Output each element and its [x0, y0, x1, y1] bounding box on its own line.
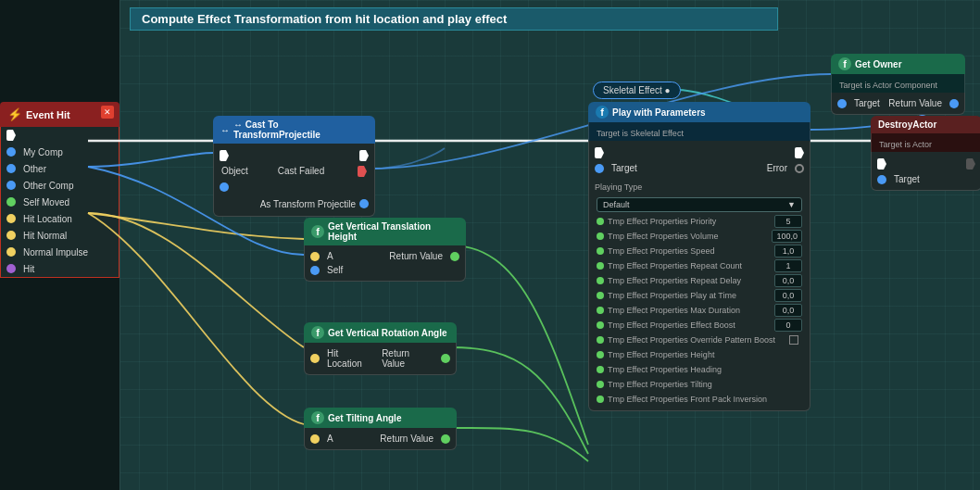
pin-hit: Hit [1, 260, 119, 277]
pin-my-comp: My Comp [1, 144, 119, 160]
cast-header: ↔ ↔ Cast To TransformProjectile [213, 116, 375, 144]
cast-exec-in [214, 147, 374, 164]
get-tilting-body: A Return Value [304, 428, 457, 450]
event-hit-body: My Comp Other Other Comp Self Moved Hit … [0, 127, 119, 278]
prop-repeat-delay: Tmp Effect Properties Repeat Delay 0,0 [589, 273, 810, 288]
prop-play-at-time: Tmp Effect Properties Play at Time 0,0 [589, 288, 810, 303]
get-tilting-node: f Get Tilting Angle A Return Value [304, 408, 457, 450]
cast-as-transform-pin: As Transform Projectile [214, 195, 374, 212]
cast-as-label: As Transform Projectile [260, 199, 356, 209]
get-vert-trans-node: f Get Vertical Translation Height A Retu… [304, 218, 466, 282]
prop-tilting: Tmp Effect Properties Tilting [589, 377, 810, 392]
cast-object-label: Object [221, 166, 248, 177]
event-hit-close[interactable]: ✕ [101, 106, 114, 119]
prop-max-duration: Tmp Effect Properties Max Duration 0,0 [589, 303, 810, 318]
event-hit-title: Event Hit [26, 109, 70, 120]
destroy-body: Target [871, 152, 980, 191]
destroy-subtitle: Target is Actor [879, 140, 932, 149]
prop-volume: Tmp Effect Properties Volume 100,0 [589, 229, 810, 244]
prop-heading: Tmp Effect Properties Heading [589, 362, 810, 377]
playing-type-row: Playing Type [589, 175, 810, 195]
playing-type-value: Default [603, 200, 630, 209]
get-tilting-title: Get Tilting Angle [328, 413, 401, 423]
pin-other-comp: Other Comp [1, 177, 119, 194]
get-tilting-header: f Get Tilting Angle [304, 408, 457, 428]
pin-normal-impulse: Normal Impulse [1, 244, 119, 260]
get-vert-rot-node: f Get Vertical Rotation Angle Hit Locati… [304, 322, 457, 375]
event-hit-header: ⚡ Event Hit ✕ [0, 102, 119, 127]
prop-override-pattern: Tmp Effect Properties Override Pattern B… [589, 333, 810, 347]
pin-hit-location: Hit Location [1, 210, 119, 227]
prop-effect-boost: Tmp Effect Properties Effect Boost 0 [589, 318, 810, 333]
skeletal-effect-label: Skeletal Effect ● [603, 85, 671, 95]
event-hit-exec-out [1, 127, 119, 144]
play-title: Play with Parameters [612, 107, 706, 118]
get-vert-trans-title: Get Vertical Translation Height [328, 221, 459, 242]
cast-to-transform-node: ↔ ↔ Cast To TransformProjectile Object C… [213, 116, 375, 217]
cast-title: ↔ Cast To TransformProjectile [233, 119, 368, 140]
get-vert-trans-body: A Return Value Self [304, 245, 466, 282]
skeletal-effect-bubble: Skeletal Effect ● [593, 82, 681, 99]
play-subtitle: Target is Skeletal Effect [597, 129, 684, 138]
play-header: f Play with Parameters [588, 102, 810, 122]
get-owner-title: Get Owner [855, 59, 902, 69]
cast-body: Object Cast Failed As Transform Projecti… [213, 144, 375, 217]
prop-height: Tmp Effect Properties Height [589, 347, 810, 362]
play-body: Target Error Playing Type Default ▼ Tmp … [588, 141, 810, 411]
play-with-params-node: f Play with Parameters Target is Skeleta… [588, 102, 810, 411]
get-owner-subtitle: Target is Actor Component [839, 81, 937, 90]
properties-list: Tmp Effect Properties Priority 5 Tmp Eff… [589, 214, 810, 407]
prop-speed: Tmp Effect Properties Speed 1,0 [589, 244, 810, 258]
destroy-title: DestroyActor [878, 119, 936, 130]
playing-type-dropdown[interactable]: Default ▼ [597, 197, 802, 212]
pin-hit-normal: Hit Normal [1, 227, 119, 244]
title-bar: Compute Effect Transformation from hit l… [130, 7, 778, 31]
get-vert-rot-header: f Get Vertical Rotation Angle [304, 322, 457, 343]
destroy-exec-in [872, 156, 980, 172]
sidebar: ⚡ Event Hit ✕ My Comp Other Other Comp S… [0, 0, 120, 490]
prop-priority: Tmp Effect Properties Priority 5 [589, 214, 810, 229]
get-vert-rot-title: Get Vertical Rotation Angle [328, 328, 447, 338]
get-vert-rot-body: Hit Location Return Value [304, 343, 457, 375]
get-owner-node: f Get Owner Target is Actor Component Ta… [831, 54, 965, 115]
pin-self-moved: Self Moved [1, 194, 119, 210]
cast-obj-pin [214, 179, 374, 195]
destroy-header: DestroyActor [871, 116, 980, 133]
pin-other: Other [1, 160, 119, 177]
title-text: Compute Effect Transformation from hit l… [142, 12, 507, 26]
get-owner-header: f Get Owner [831, 54, 965, 74]
get-vert-trans-header: f Get Vertical Translation Height [304, 218, 466, 245]
dropdown-arrow: ▼ [787, 200, 796, 209]
play-exec-in [589, 144, 810, 161]
cast-failed-label: Cast Failed [278, 166, 325, 177]
prop-front-pack: Tmp Effect Properties Front Pack Inversi… [589, 392, 810, 407]
prop-repeat-count: Tmp Effect Properties Repeat Count 1 [589, 258, 810, 273]
get-owner-body: Target Return Value [831, 93, 965, 115]
destroy-actor-node: DestroyActor Target is Actor Target [871, 116, 980, 191]
